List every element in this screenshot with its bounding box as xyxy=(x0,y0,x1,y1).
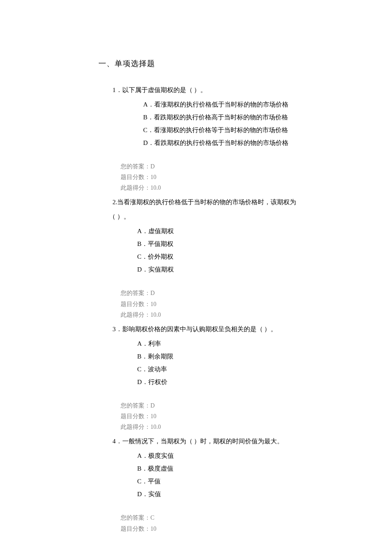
option-d: D．看跌期权的执行价格低于当时标的物的市场价格 xyxy=(143,136,315,149)
option-a: A．虚值期权 xyxy=(137,225,315,237)
option-a: A．极度实值 xyxy=(137,449,315,462)
question-meta: 您的答案：D 题目分数：10 此题得分：10.0 xyxy=(121,161,315,194)
option-c: C．平值 xyxy=(137,475,315,488)
points-label: 题目分数：10 xyxy=(121,411,315,422)
question-meta: 您的答案：D 题目分数：10 此题得分：10.0 xyxy=(121,400,315,433)
question-stem: 3．影响期权价格的因素中与认购期权呈负相关的是（ ）。 xyxy=(112,323,315,335)
question-3: 3．影响期权价格的因素中与认购期权呈负相关的是（ ）。 A．利率 B．剩余期限 … xyxy=(112,323,315,433)
document-page: 一、单项选择题 1．以下属于虚值期权的是（ ）。 A．看涨期权的执行价格低于当时… xyxy=(0,0,392,534)
option-a: A．利率 xyxy=(137,337,315,350)
option-b: B．极度虚值 xyxy=(137,462,315,475)
score-label: 此题得分：10.0 xyxy=(121,422,315,432)
answer-label: 您的答案：C xyxy=(121,512,315,523)
answer-label: 您的答案：D xyxy=(121,400,315,411)
option-b: B．看跌期权的执行价格高于当时标的物的市场价格 xyxy=(143,111,315,124)
points-label: 题目分数：10 xyxy=(121,523,315,534)
score-label: 此题得分：10.0 xyxy=(121,309,315,320)
question-stem: 2.当看涨期权的执行价格低于当时标的物的市场价格时，该期权为 xyxy=(112,196,315,208)
question-2: 2.当看涨期权的执行价格低于当时标的物的市场价格时，该期权为 （ ）。 A．虚值… xyxy=(112,196,315,320)
option-d: D．实值 xyxy=(137,488,315,500)
option-b: B．平值期权 xyxy=(137,237,315,250)
option-c: C．看涨期权的执行价格等于当时标的物的市场价格 xyxy=(143,124,315,136)
option-a: A．看涨期权的执行价格低于当时标的物的市场价格 xyxy=(143,98,315,111)
question-options: A．虚值期权 B．平值期权 C．价外期权 D．实值期权 xyxy=(137,225,315,276)
question-meta: 您的答案：D 题目分数：10 此题得分：10.0 xyxy=(121,288,315,320)
option-d: D．实值期权 xyxy=(137,263,315,276)
points-label: 题目分数：10 xyxy=(121,172,315,182)
option-b: B．剩余期限 xyxy=(137,350,315,363)
question-stem-continued: （ ）。 xyxy=(109,210,315,223)
points-label: 题目分数：10 xyxy=(121,299,315,309)
question-options: A．极度实值 B．极度虚值 C．平值 D．实值 xyxy=(137,449,315,500)
option-d: D．行权价 xyxy=(137,376,315,388)
question-stem: 4．一般情况下，当期权为（ ）时，期权的时间价值为最大。 xyxy=(112,435,315,448)
section-title: 一、单项选择题 xyxy=(98,58,392,70)
question-meta: 您的答案：C 题目分数：10 xyxy=(121,512,315,534)
question-options: A．看涨期权的执行价格低于当时标的物的市场价格 B．看跌期权的执行价格高于当时标… xyxy=(143,98,315,149)
question-options: A．利率 B．剩余期限 C．波动率 D．行权价 xyxy=(137,337,315,388)
option-c: C．价外期权 xyxy=(137,250,315,263)
question-4: 4．一般情况下，当期权为（ ）时，期权的时间价值为最大。 A．极度实值 B．极度… xyxy=(112,435,315,534)
question-1: 1．以下属于虚值期权的是（ ）。 A．看涨期权的执行价格低于当时标的物的市场价格… xyxy=(112,84,315,194)
score-label: 此题得分：10.0 xyxy=(121,182,315,193)
question-stem: 1．以下属于虚值期权的是（ ）。 xyxy=(112,84,315,96)
option-c: C．波动率 xyxy=(137,363,315,376)
answer-label: 您的答案：D xyxy=(121,161,315,172)
answer-label: 您的答案：D xyxy=(121,288,315,298)
